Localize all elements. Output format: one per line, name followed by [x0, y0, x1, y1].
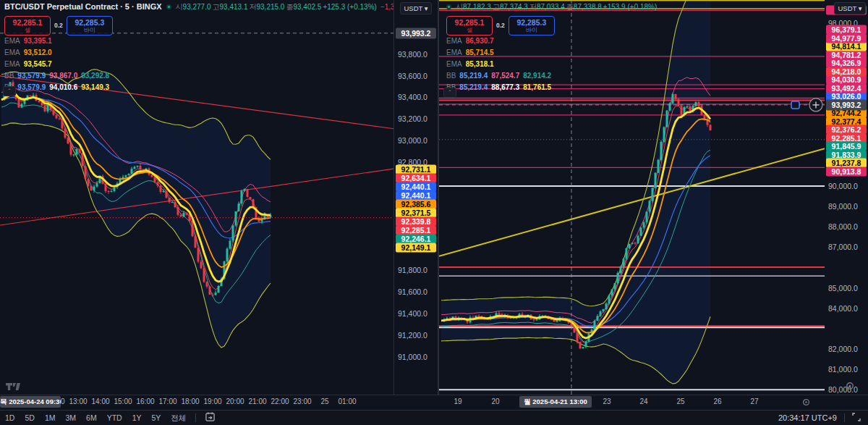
- sell-price: 92,285.1: [447, 18, 492, 27]
- crosshair-drag-handle: [791, 101, 799, 109]
- buy-button[interactable]: 92,285.3 바이: [509, 16, 555, 35]
- range-button-1M[interactable]: 1M: [40, 411, 61, 425]
- collapse-legend-button[interactable]: ˆ: [443, 88, 456, 98]
- range-button-6M[interactable]: 6M: [81, 411, 102, 425]
- price-scale-settings-icon[interactable]: [845, 381, 855, 394]
- time-tick: 17:00: [158, 397, 176, 405]
- day-change: −1,365.3 (−1.46%): [380, 3, 394, 11]
- sell-button[interactable]: 92,285.1 셀: [446, 16, 493, 35]
- time-tick: 27: [750, 397, 758, 405]
- range-buttons: 1D5D1M3M6MYTD1Y5Y전체: [0, 411, 191, 425]
- indicator-row[interactable]: EMA93,545.7: [4, 59, 394, 70]
- indicator-row[interactable]: EMA93,512.0: [4, 47, 394, 59]
- sell-price: 92,285.1: [5, 18, 50, 27]
- low-label: 저: [529, 3, 537, 11]
- high-label: 고: [493, 3, 500, 11]
- indicator-value: 93,579.9: [17, 83, 46, 91]
- close-value: 93,402.5: [293, 3, 321, 11]
- time-tick: 15:00: [114, 397, 132, 405]
- time-tick: 14:00: [91, 397, 109, 405]
- trade-buttons: 92,285.1 셀 0.2 92,285.3 바이: [446, 15, 657, 35]
- price-tick: 85,000.0: [828, 284, 858, 293]
- low-value: 93,215.0: [256, 3, 284, 11]
- chevron-down-icon: ▾: [425, 4, 428, 12]
- buy-label: 바이: [67, 27, 112, 33]
- indicator-value: 93,395.1: [24, 37, 52, 45]
- chart-panel-right[interactable]: 시87,182.3 고87,374.3 저87,033.4 종87,338.8 …: [438, 0, 825, 395]
- indicator-value: 85,318.1: [466, 60, 494, 68]
- range-button-5Y[interactable]: 5Y: [147, 411, 166, 425]
- price-tick: 91,000.0: [398, 353, 427, 361]
- low-value: 87,033.4: [537, 3, 565, 11]
- range-button-5D[interactable]: 5D: [20, 411, 39, 425]
- sell-label: 셀: [447, 27, 492, 33]
- crosshair-price-tag: 93,993.2: [396, 28, 436, 38]
- time-tick: 22:00: [271, 397, 289, 405]
- price-tick: 87,000.0: [828, 243, 858, 251]
- bar-change: +153.9 (+0.18%): [603, 3, 658, 11]
- indicator-row[interactable]: EMA86,930.7: [446, 35, 657, 47]
- price-tick: 81,000.0: [828, 365, 858, 374]
- price-tick: 93,800.0: [398, 50, 427, 59]
- toolbar-divider: [844, 413, 845, 422]
- range-button-3M[interactable]: 3M: [60, 411, 81, 425]
- indicator-value: 93,579.9: [17, 72, 46, 80]
- range-button-YTD[interactable]: YTD: [102, 411, 127, 425]
- spread-value: 0.2: [54, 22, 63, 29]
- left-price-axis[interactable]: 93,800.093,600.093,400.093,200.093,000.0…: [395, 0, 438, 395]
- right-legend: 시87,182.3 고87,374.3 저87,033.4 종87,338.8 …: [446, 1, 657, 93]
- indicator-value: 93,292.8: [81, 72, 109, 80]
- indicator-value: 93,149.3: [81, 83, 109, 91]
- currency-dropdown[interactable]: USDT ▾: [834, 2, 866, 14]
- time-tick: 19:00: [203, 397, 221, 405]
- indicator-row[interactable]: BB93,579.994,010.693,149.3: [4, 82, 394, 93]
- sell-button[interactable]: 92,285.1 셀: [4, 16, 51, 35]
- open-value: 93,277.0: [183, 3, 211, 11]
- time-tick: 18:00: [181, 397, 199, 405]
- time-tick: 20: [491, 397, 499, 405]
- go-to-date-icon[interactable]: [200, 410, 220, 425]
- buy-price: 92,285.3: [509, 18, 554, 27]
- time-axis[interactable]: 12:0013:0014:0015:0016:0017:0018:0019:00…: [0, 395, 868, 409]
- indicator-name: EMA: [4, 37, 20, 45]
- indicator-row[interactable]: BB85,219.487,524.782,914.2: [446, 70, 657, 82]
- time-tick: 01:00: [338, 397, 356, 405]
- buy-label: 바이: [509, 27, 554, 33]
- chart-panel-left[interactable]: BTC/USDT Perpetual Contract · 5 · BINGX시…: [0, 0, 394, 395]
- tradingview-logo[interactable]: [6, 382, 22, 395]
- indicator-value: 93,867.0: [49, 72, 77, 80]
- open-value: 87,182.3: [463, 3, 491, 11]
- indicator-name: EMA: [446, 60, 462, 68]
- price-tag: 94,814.1: [826, 42, 867, 51]
- high-value: 93,413.1: [220, 3, 248, 11]
- trade-buttons: 92,285.1 셀 0.2 92,285.3 바이: [4, 15, 394, 35]
- indicator-row[interactable]: EMA85,318.1: [446, 59, 657, 70]
- price-tick: 91,600.0: [398, 287, 427, 296]
- indicator-value: 85,219.4: [459, 83, 488, 91]
- buy-price: 92,285.3: [67, 18, 112, 27]
- right-price-axis[interactable]: 98,000.090,000.089,000.088,000.087,000.0…: [825, 0, 868, 395]
- indicator-value: 86,930.7: [466, 37, 494, 45]
- range-button-1D[interactable]: 1D: [0, 411, 20, 425]
- indicator-row[interactable]: EMA93,395.1: [4, 35, 394, 47]
- price-tag: 92,149.1: [396, 243, 436, 253]
- price-tick: 93,600.0: [398, 72, 427, 80]
- indicator-row[interactable]: BB93,579.993,867.093,292.8: [4, 70, 394, 82]
- time-tick: 20:00: [226, 397, 244, 405]
- price-tag: 94,030.9: [826, 75, 867, 85]
- range-button-1Y[interactable]: 1Y: [127, 411, 147, 425]
- clock[interactable]: 20:34:17 UTC+9: [778, 413, 837, 422]
- buy-button[interactable]: 92,285.3 바이: [67, 16, 113, 35]
- maximize-panel-icon[interactable]: [852, 413, 861, 423]
- indicator-row[interactable]: EMA85,714.5: [446, 47, 657, 59]
- currency-dropdown[interactable]: USDT ▾: [400, 2, 432, 14]
- symbol-title[interactable]: BTC/USDT Perpetual Contract · 5 · BINGX: [4, 2, 162, 11]
- indicator-legend[interactable]: EMA86,930.7EMA85,714.5EMA85,318.1BB85,21…: [446, 35, 657, 93]
- range-button-전체[interactable]: 전체: [166, 411, 191, 425]
- collapse-legend-button[interactable]: ˆ: [3, 86, 16, 96]
- price-tag: 93,492.4: [826, 83, 867, 93]
- indicator-value: 81,761.5: [523, 83, 551, 91]
- time-axis-settings-icon[interactable]: [801, 397, 811, 410]
- indicator-row[interactable]: BB85,219.488,677.381,761.5: [446, 82, 657, 93]
- indicator-legend[interactable]: EMA93,395.1EMA93,512.0EMA93,545.7BB93,57…: [4, 35, 394, 93]
